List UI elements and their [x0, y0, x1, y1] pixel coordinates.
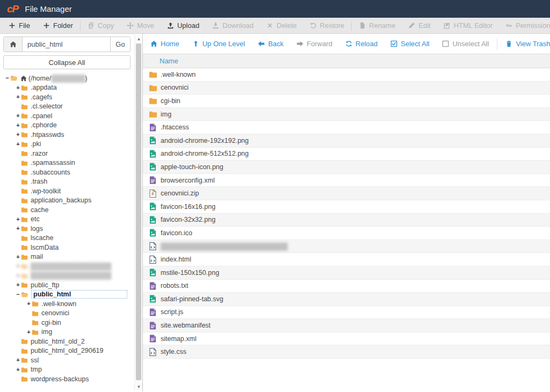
tree-expander[interactable]: +: [15, 357, 21, 363]
tree-item-lscache[interactable]: lscache: [3, 234, 131, 243]
tree-item-cpanel[interactable]: +.cpanel: [3, 111, 131, 121]
scrollbar-thumb[interactable]: [136, 43, 141, 380]
tree-item-logs[interactable]: +logs: [3, 224, 131, 234]
file-row-cenovnici[interactable]: cenovnici: [143, 82, 550, 95]
toolbar-edit-button[interactable]: Edit: [402, 18, 437, 33]
toolbar-rename-button[interactable]: Rename: [352, 18, 402, 33]
tree-item-public-ftp[interactable]: +public_ftp: [3, 280, 131, 290]
tree-item-subaccounts[interactable]: .subaccounts: [3, 168, 131, 177]
nav-unselect-all-button[interactable]: Unselect All: [436, 40, 495, 48]
file-row-browserconfig-xml[interactable]: browserconfig.xml: [143, 174, 550, 187]
file-row-index-html[interactable]: index.html: [143, 253, 550, 266]
file-row-favicon-ico[interactable]: favicon.ico: [143, 227, 550, 240]
toolbar-html-editor-button[interactable]: HTML Editor: [437, 18, 499, 33]
tree-expander[interactable]: +: [15, 122, 21, 128]
tree-expander[interactable]: +: [15, 263, 21, 269]
tree-item-etc[interactable]: +etc: [3, 215, 131, 224]
file-row-well-known[interactable]: .well-known: [143, 68, 550, 82]
tree-item-public-html-old-290619[interactable]: public_html_old_290619: [3, 346, 131, 356]
nav-reload-button[interactable]: Reload: [339, 40, 384, 48]
tree-item-wordpress-backups[interactable]: wordpress-backups: [3, 374, 131, 384]
tree-item-ssl[interactable]: +ssl: [3, 355, 131, 365]
file-row-site-webmanifest[interactable]: site.webmanifest: [143, 319, 550, 332]
tree-expander[interactable]: +: [15, 94, 21, 100]
tree-item-well-known[interactable]: +.well-known: [3, 299, 131, 309]
nav-view-trash-button[interactable]: View Trash: [499, 40, 550, 48]
tree-expander[interactable]: −: [15, 292, 21, 297]
tree-expander[interactable]: +: [15, 141, 21, 147]
tree-item-razor[interactable]: .razor: [3, 149, 131, 158]
scroll-down-arrow-icon[interactable]: ▼: [135, 383, 143, 390]
file-row-script-js[interactable]: script.js: [143, 306, 550, 320]
tree-expander[interactable]: +: [15, 282, 21, 288]
tree-item-cagefs[interactable]: +.cagefs: [3, 92, 131, 102]
tree-expander[interactable]: +: [26, 301, 32, 307]
tree-item-trash[interactable]: .trash: [3, 177, 131, 187]
tree-item-application-backups[interactable]: application_backups: [3, 196, 131, 206]
toolbar-file-button[interactable]: File: [2, 18, 37, 33]
tree-item-pki[interactable]: +.pki: [3, 140, 131, 149]
toolbar-upload-button[interactable]: Upload: [161, 18, 206, 33]
tree-item-redacted[interactable]: +███████████████████: [3, 262, 131, 271]
file-row-favicon-32x32-png[interactable]: favicon-32x32.png: [143, 214, 550, 227]
file-row-htaccess[interactable]: .htaccess: [143, 121, 550, 134]
tree-expander[interactable]: −: [4, 75, 10, 81]
tree-item-mail[interactable]: +mail: [3, 252, 131, 262]
toolbar-permissions-button[interactable]: Permissions: [499, 18, 550, 33]
tree-item-cphorde[interactable]: +.cphorde: [3, 121, 131, 130]
file-row-safari-pinned-tab-svg[interactable]: safari-pinned-tab.svg: [143, 293, 550, 306]
toolbar-download-button[interactable]: Download: [206, 18, 260, 33]
tree-item-lscmdata[interactable]: lscmData: [3, 243, 131, 252]
file-row-apple-touch-icon-png[interactable]: apple-touch-icon.png: [143, 161, 550, 174]
toolbar-move-button[interactable]: Move: [120, 18, 161, 33]
toolbar-delete-button[interactable]: Delete: [260, 18, 303, 33]
nav-back-button[interactable]: Back: [251, 40, 290, 48]
tree-expander[interactable]: +: [15, 216, 21, 222]
name-column-header[interactable]: Name: [160, 57, 178, 65]
tree-expander[interactable]: +: [26, 329, 32, 335]
tree-item-home-root[interactable]: −(/home/████████): [3, 74, 131, 83]
tree-item-public-html[interactable]: −public_html: [3, 290, 131, 300]
file-row-android-chrome-192x192-png[interactable]: android-chrome-192x192.png: [143, 134, 550, 148]
home-directory-button[interactable]: [4, 37, 23, 52]
tree-item-cenovnici[interactable]: cenovnici: [3, 309, 131, 318]
go-button[interactable]: Go: [110, 37, 130, 52]
nav-up-one-level-button[interactable]: Up One Level: [186, 40, 252, 48]
toolbar-folder-button[interactable]: Folder: [37, 18, 79, 33]
file-row-cenovnici-zip[interactable]: cenovnici.zip: [143, 187, 550, 200]
tree-expander[interactable]: +: [15, 273, 21, 279]
nav-home-button[interactable]: Home: [144, 40, 186, 48]
tree-expander[interactable]: +: [15, 132, 21, 137]
tree-item-redacted[interactable]: +███████████████████: [3, 271, 131, 281]
tree-expander[interactable]: +: [15, 85, 21, 91]
file-row-mstile-150x150-png[interactable]: mstile-150x150.png: [143, 266, 550, 280]
tree-expander[interactable]: +: [15, 226, 21, 231]
file-row-cgi-bin[interactable]: cgi-bin: [143, 95, 550, 108]
tree-item-appdata[interactable]: +.appdata: [3, 83, 131, 93]
tree-item-img[interactable]: +img: [3, 328, 131, 337]
scroll-up-arrow-icon[interactable]: ▲: [135, 35, 143, 42]
tree-expander[interactable]: +: [15, 113, 21, 119]
path-input[interactable]: [23, 37, 110, 52]
toolbar-restore-button[interactable]: Restore: [303, 18, 351, 33]
file-row-robots-txt[interactable]: robots.txt: [143, 280, 550, 293]
file-row-style-css[interactable]: style.css: [143, 345, 550, 359]
tree-item-htpasswds[interactable]: +.htpasswds: [3, 130, 131, 140]
collapse-all-button[interactable]: Collapse All: [3, 55, 131, 69]
file-row-redacted[interactable]: ██████████████████████████████: [143, 240, 550, 253]
file-row-sitemap-xml[interactable]: sitemap.xml: [143, 332, 550, 346]
toolbar-copy-button[interactable]: Copy: [81, 18, 120, 33]
tree-item-public-html-old-2[interactable]: public_html_old_2: [3, 337, 131, 346]
tree-item-wp-toolkit[interactable]: .wp-toolkit: [3, 186, 131, 196]
tree-item-cl-selector[interactable]: .cl.selector: [3, 102, 131, 112]
tree-item-cgi-bin[interactable]: cgi-bin: [3, 318, 131, 328]
tree-expander[interactable]: +: [15, 254, 21, 260]
tree-item-spamassassin[interactable]: .spamassassin: [3, 158, 131, 168]
tree-item-tmp[interactable]: +tmp: [3, 365, 131, 375]
nav-forward-button[interactable]: Forward: [290, 40, 339, 48]
file-row-img[interactable]: img: [143, 108, 550, 121]
file-row-android-chrome-512x512-png[interactable]: android-chrome-512x512.png: [143, 148, 550, 161]
sidebar-scrollbar[interactable]: ▲ ▼: [134, 34, 142, 391]
file-row-favicon-16x16-png[interactable]: favicon-16x16.png: [143, 200, 550, 214]
nav-select-all-button[interactable]: Select All: [384, 40, 436, 48]
